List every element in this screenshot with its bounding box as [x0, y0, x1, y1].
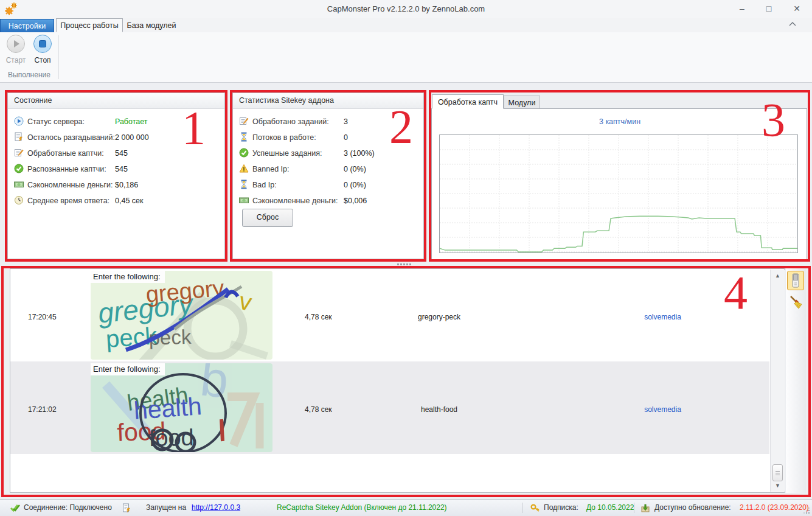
status-row: Статус сервера: Работает: [8, 116, 224, 130]
row-label: Обработано заданий:: [252, 117, 329, 127]
money-icon: [239, 195, 249, 205]
statusbar: Соединение: Подключено Запущен на http:/…: [0, 499, 812, 516]
ribbon-group-separator: [58, 35, 59, 79]
captcha-time: 17:21:02: [28, 405, 57, 414]
status-row: Сэкономленные деньги: $0,186: [8, 180, 224, 193]
money-saved-value: $0,186: [115, 180, 138, 190]
key-icon: [530, 503, 540, 513]
maximize-button[interactable]: □: [757, 0, 781, 18]
scroll-down-icon[interactable]: ▼: [771, 481, 785, 490]
ribbon: Старт Стоп Выполнение: [0, 32, 812, 83]
row-label: Сэкономленные деньги:: [27, 180, 113, 190]
captcha-prompt: Enter the following:: [91, 271, 165, 283]
clock-icon: [14, 195, 24, 205]
scroll-thumb[interactable]: [772, 464, 783, 481]
collapse-ribbon-button[interactable]: [786, 20, 799, 31]
captcha-list-row[interactable]: 17:20:45 gregory gregory peck peck v: [10, 269, 769, 361]
tasks-processed-value: 3: [344, 117, 348, 127]
stop-button-label: Стоп: [30, 56, 55, 64]
chevron-up-icon: [788, 21, 797, 27]
update-version: 2.11.2.0 (23.09.2020): [740, 503, 809, 512]
subscription-value: До 10.05.2022: [586, 503, 634, 512]
chart-line-svg: [440, 135, 797, 253]
update-available-icon: [640, 503, 651, 513]
stop-icon: [33, 35, 52, 53]
captcha-answer: health-food: [375, 405, 503, 414]
check-circle-icon: [14, 164, 24, 173]
row-label: Распознанные каптчи:: [27, 164, 106, 175]
scroll-lock-icon: [788, 271, 803, 290]
chart-card: 3 каптч/мин: [431, 108, 807, 260]
titlebar: CapMonster Pro v2.12.2.0 by ZennoLab.com…: [0, 0, 812, 18]
recognized-value: 545: [115, 164, 128, 175]
remaining-value: 2 000 000: [115, 133, 149, 143]
banned-ip-value: 0 (0%): [344, 164, 366, 175]
play-circle-icon: [14, 116, 24, 126]
connected-check-icon: [10, 503, 21, 513]
close-button[interactable]: ✕: [785, 0, 809, 18]
row-label: Сэкономленные деньги:: [252, 196, 338, 206]
status-row: Среднее время ответа: 0,45 сек: [8, 195, 224, 209]
server-doc-icon: [122, 503, 131, 513]
captcha-duration: 4,78 сек: [305, 405, 332, 414]
stop-button[interactable]: Стоп: [30, 35, 55, 64]
list-tool-strip: [786, 268, 806, 493]
list-scrollbar[interactable]: ▲ ▼: [770, 270, 785, 492]
row-label: Bad Ip:: [252, 180, 277, 190]
update-label: Доступно обновление:: [654, 503, 731, 512]
captcha-duration: 4,78 сек: [305, 313, 332, 321]
reset-button[interactable]: Сброс: [242, 209, 293, 227]
captcha-rate-chart: [439, 134, 798, 253]
sitekey-panel-title: Статистика Sitekey аддона: [233, 93, 423, 109]
chart-title: 3 каптч/мин: [432, 117, 808, 126]
row-label: Banned Ip:: [252, 164, 289, 175]
captcha-time: 17:20:45: [28, 313, 57, 321]
row-label: Осталось разгадываний:: [27, 133, 115, 143]
sitekey-row: Успешные задания: 3 (100%): [233, 148, 423, 161]
tab-settings[interactable]: Настройки: [0, 19, 54, 32]
warning-icon: [239, 164, 249, 173]
addon-money-saved-value: $0,006: [344, 196, 367, 206]
row-label: Потоков в работе:: [252, 133, 316, 143]
avg-time-value: 0,45 сек: [115, 196, 143, 206]
tab-process[interactable]: Процесс работы: [56, 18, 123, 32]
server-status-value: Работает: [115, 117, 148, 127]
ribbon-group-label: Выполнение: [0, 71, 58, 79]
captcha-type-link[interactable]: solvemedia: [619, 405, 707, 414]
row-label: Успешные задания:: [252, 148, 322, 159]
resize-grip-icon[interactable]: [808, 512, 810, 514]
addon-status: ReCaptcha Sitekey Addon (Включен до 21.1…: [277, 503, 447, 512]
captcha-list: 17:20:45 gregory gregory peck peck v: [10, 268, 785, 493]
chart-panel: Обработка каптч Модули 3 каптч/мин: [431, 94, 808, 260]
clear-list-button[interactable]: [788, 295, 803, 310]
row-label: Статус сервера:: [27, 117, 85, 127]
tasks-icon: [14, 132, 24, 142]
autoscroll-toggle-button[interactable]: [787, 271, 804, 290]
start-button[interactable]: Старт: [3, 35, 29, 64]
status-row: Осталось разгадываний: 2 000 000: [8, 132, 224, 145]
sitekey-row: Banned Ip: 0 (0%): [233, 164, 423, 177]
status-panel: Состояние Статус сервера: Работает Остал…: [7, 92, 225, 259]
launched-prefix: Запущен на: [146, 503, 186, 512]
processed-value: 545: [115, 148, 128, 159]
check-circle-icon: [239, 148, 249, 158]
scroll-up-icon[interactable]: ▲: [771, 271, 785, 281]
tab-captcha-processing[interactable]: Обработка каптч: [432, 94, 504, 109]
minimize-button[interactable]: –: [730, 0, 754, 18]
sitekey-row: Bad Ip: 0 (0%): [233, 180, 423, 193]
status-panel-title: Состояние: [8, 93, 224, 109]
statusbar-separator: [522, 503, 522, 513]
tab-modules[interactable]: Модули: [504, 96, 540, 109]
connection-status: Соединение: Подключено: [24, 503, 112, 512]
sitekey-panel: Статистика Sitekey аддона Обработано зад…: [232, 92, 424, 259]
splitter-grip[interactable]: [397, 263, 415, 266]
hourglass-icon: [239, 132, 249, 142]
server-url-link[interactable]: http://127.0.0.3: [192, 503, 240, 512]
statusbar-separator: [634, 503, 634, 513]
broom-icon: [788, 295, 803, 310]
captcha-list-row[interactable]: 17:21:02 b health health food food: [10, 361, 769, 454]
money-icon: [14, 180, 24, 189]
tab-modules-db[interactable]: База модулей: [124, 19, 179, 32]
captcha-type-link[interactable]: solvemedia: [619, 313, 707, 321]
start-button-label: Старт: [3, 56, 29, 64]
